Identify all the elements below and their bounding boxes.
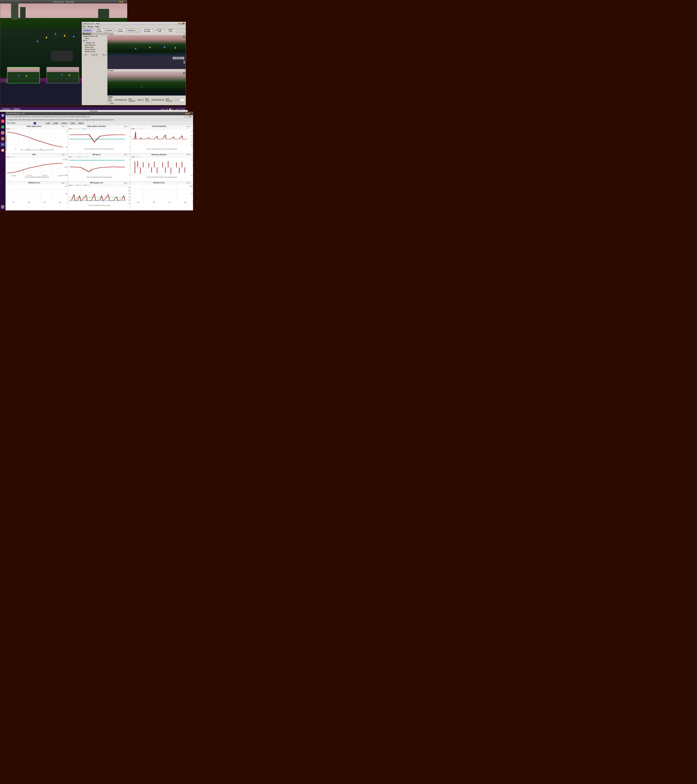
- plot-5-leg-long-color: [78, 157, 81, 157]
- move-camera-btn[interactable]: Move Camera: [93, 28, 104, 33]
- focus-camera-btn[interactable]: Focus Camera: [114, 28, 125, 33]
- scale-btn[interactable]: Scale: [52, 122, 59, 125]
- multiplot-toolbar: Plot Table: × Colors Link Scale Cursor T…: [6, 121, 186, 125]
- link-btn[interactable]: Link: [45, 122, 51, 125]
- plot-8-controls[interactable]: ● ● ○ ○: [124, 182, 130, 184]
- plot-1-legend-position: Position: [7, 128, 15, 130]
- minimize-btn[interactable]: [119, 1, 121, 3]
- plot-1-xlabel: /fsds_ros_bridge/FSCar/odom_local_ned/po…: [20, 149, 53, 150]
- cam1-cone-yellow: [26, 75, 27, 77]
- plot-1-ymin: -120: [65, 147, 68, 148]
- ros-time-label: ROS Time:: [108, 98, 113, 102]
- measure-btn[interactable]: Measure: [126, 29, 137, 32]
- cursor-btn[interactable]: Cursor: [61, 122, 68, 125]
- show-axes-check: ✓: [105, 46, 107, 48]
- show-arrows[interactable]: Show Arrows ✓: [82, 48, 107, 51]
- sidebar-chart-icon[interactable]: 📊: [0, 148, 5, 152]
- plot-cell-5: IMU Accel ● ● ○ ○ Lateral Longitudinal: [68, 153, 130, 182]
- maximize-btn[interactable]: [122, 1, 124, 3]
- plot-5-controls[interactable]: ● ● ○ ○: [124, 154, 130, 155]
- sidebar-apple-icon[interactable]: 🍎: [0, 131, 5, 135]
- plot-2-leg-long-color: [69, 128, 72, 129]
- image-panel-2-content: ×: [107, 72, 186, 96]
- plot-5-leg-long: Longitudinal: [78, 156, 91, 158]
- plot-8-y2: 100: [128, 190, 130, 191]
- sidebar-apps-icon[interactable]: [0, 205, 5, 209]
- plot-9-area: 1,000 500 0 200400600800: [131, 184, 186, 206]
- rviz-minimize-btn[interactable]: [178, 23, 180, 25]
- vnc-window-controls[interactable]: [119, 1, 126, 3]
- image-panel-1-header: Image ×: [107, 33, 186, 35]
- select-btn[interactable]: Select: [105, 29, 113, 32]
- nav-goal-btn[interactable]: 2D Nav Goal: [154, 28, 164, 33]
- file-path: ///home/davidoort/Driverless-Competition…: [10, 116, 183, 118]
- toolbar-extra-btns[interactable]: + - ·: [177, 29, 185, 32]
- viewport-scrollbar[interactable]: [183, 61, 185, 64]
- plot-1-legend-color: [7, 128, 9, 129]
- close-btn[interactable]: [124, 1, 126, 3]
- img1-cone-3: [164, 46, 166, 48]
- sidebar-robot-icon[interactable]: 🤖: [0, 137, 5, 141]
- image-panel-2-close[interactable]: ×: [183, 69, 185, 71]
- sim-taskbar-icon-1[interactable]: [1, 79, 4, 82]
- plot-4-area: 47,6401 47,64 47,6399 /fsds_ros_bridge/F…: [6, 158, 68, 179]
- wall-elapsed-input[interactable]: [174, 99, 185, 101]
- publish-point-btn[interactable]: Publish Point: [165, 28, 175, 33]
- sidebar-chrome-icon[interactable]: [0, 113, 5, 118]
- cols-input[interactable]: [27, 122, 32, 125]
- plot-8-leg-pitch-color: [76, 185, 79, 186]
- rviz-3d-viewport[interactable]: 0: 82.41 ×: [107, 55, 186, 69]
- rviz-icon-shape: Rv: [1, 143, 4, 146]
- remove-btn[interactable]: Remove: [101, 53, 107, 56]
- menu-help[interactable]: Help: [95, 26, 99, 28]
- plot-3-legend: Acceleration: [131, 128, 186, 130]
- plot-7-ymid: 500: [66, 193, 68, 194]
- plot-7-controls[interactable]: ● ● ○ ○: [61, 182, 67, 184]
- interact-btn[interactable]: Interact: [82, 29, 92, 32]
- rviz-close-btn[interactable]: [183, 23, 185, 25]
- multiplot-window-controls[interactable]: [185, 113, 186, 115]
- spotify-icon-shape: ♪: [1, 125, 4, 128]
- plot-1-controls[interactable]: ● ● ○ ○: [61, 126, 67, 127]
- duplicate-btn[interactable]: Duplicate: [89, 53, 100, 56]
- img1-close-btn[interactable]: ×: [183, 36, 185, 38]
- sidebar-vm-icon[interactable]: VM: [0, 119, 5, 124]
- menu-panels[interactable]: Panels: [87, 26, 93, 28]
- plot-4-controls[interactable]: ● ● ○ ○: [61, 154, 67, 155]
- file-open-btn[interactable]: 📂: [184, 115, 186, 118]
- tf-check: ▶: [83, 40, 85, 41]
- multiplot-minimize-btn[interactable]: [185, 113, 186, 115]
- reset-btn[interactable]: Reset: [108, 102, 116, 105]
- rows-input[interactable]: [17, 122, 23, 125]
- plot-2-leg-long: Longitudinal: [69, 128, 81, 130]
- image-panel-1-close[interactable]: ×: [183, 33, 185, 35]
- multiplot-title: MultiplotPlugin - rqt: [7, 113, 25, 115]
- plot-8-leg-roll-label: Roll: [87, 184, 90, 186]
- display-grid[interactable]: ✓ Grid: [82, 37, 107, 40]
- add-btn[interactable]: Add: [82, 53, 89, 56]
- pose-2d-btn[interactable]: 2D Pose Estimate: [140, 28, 153, 33]
- track-btn[interactable]: Track: [69, 122, 76, 125]
- toolbar-dot-btn[interactable]: ·: [183, 29, 185, 32]
- toolbar-minus-btn[interactable]: -: [180, 29, 183, 32]
- rviz-main: Image × × 0: 82.41 ×: [107, 33, 186, 105]
- sidebar-rviz-icon[interactable]: Rv: [0, 142, 5, 147]
- plot-2-controls[interactable]: ● ● ○ ○: [124, 126, 130, 127]
- sidebar-spotify-icon[interactable]: ♪: [0, 125, 5, 129]
- rviz-window-controls[interactable]: [178, 23, 185, 25]
- rviz-maximize-btn[interactable]: [180, 23, 182, 25]
- points-btn[interactable]: Points: [77, 122, 84, 125]
- img2-close-btn[interactable]: ×: [183, 72, 185, 74]
- show-axes[interactable]: Show Axes ✓: [82, 46, 107, 48]
- toolbar-plus-btn[interactable]: +: [177, 29, 180, 32]
- plot-7-ymax: 1,000: [64, 186, 68, 187]
- plot-1-header: Odom global pose ● ● ○ ○: [6, 125, 68, 128]
- plot-8-y3: 80: [129, 193, 130, 194]
- plot-7-area: 1,000 500 0 200400600800: [6, 184, 68, 206]
- pose-dot: [142, 30, 142, 31]
- marker-scale[interactable]: Marker Scale 1: [82, 51, 107, 53]
- show-names[interactable]: Show Names ✓: [82, 44, 107, 46]
- menu-file[interactable]: File: [82, 26, 86, 28]
- display-tf[interactable]: ▶ TF ✓: [82, 40, 107, 42]
- colors-btn[interactable]: [34, 122, 36, 125]
